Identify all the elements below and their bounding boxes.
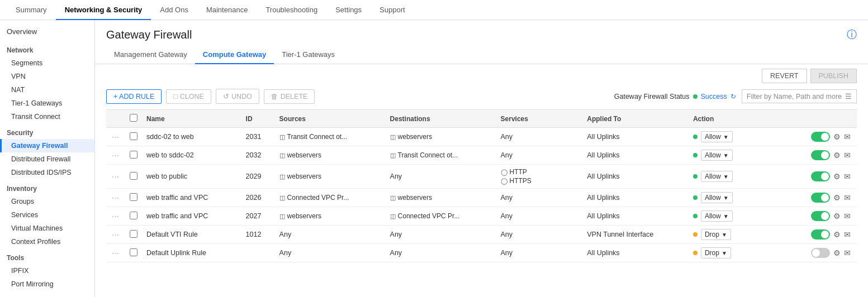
gear-icon[interactable]: ⚙ <box>833 132 841 141</box>
th-applied-to: Applied To <box>582 110 689 128</box>
row-checkbox[interactable] <box>130 212 137 219</box>
clone-button[interactable]: □ CLONE <box>166 89 211 104</box>
gear-icon[interactable]: ⚙ <box>833 193 841 202</box>
tab-summary[interactable]: Summary <box>7 0 56 20</box>
sidebar-item-distributed-ids-ips[interactable]: Distributed IDS/IPS <box>0 166 94 179</box>
cell-action: Drop ▼ <box>689 226 807 244</box>
action-status-dot <box>693 135 698 139</box>
tab-support[interactable]: Support <box>371 0 414 20</box>
action-dropdown[interactable]: Allow ▼ <box>701 150 733 161</box>
row-checkbox[interactable] <box>130 172 137 180</box>
drag-handle[interactable]: ⋮ <box>111 134 121 139</box>
cell-name: Default VTI Rule <box>142 226 241 244</box>
sidebar-section-inventory: Inventory <box>0 179 94 195</box>
enable-toggle[interactable] <box>811 132 830 142</box>
gear-icon[interactable]: ⚙ <box>833 151 841 160</box>
row-checkbox[interactable] <box>130 230 137 238</box>
action-dropdown[interactable]: Drop ▼ <box>701 229 731 240</box>
email-icon[interactable]: ✉ <box>844 193 851 202</box>
subtab-tier1-gateways[interactable]: Tier-1 Gateways <box>274 46 343 64</box>
sidebar-item-port-mirroring[interactable]: Port Mirroring <box>0 277 94 291</box>
enable-toggle[interactable] <box>811 193 830 203</box>
enable-toggle[interactable] <box>811 171 830 181</box>
subtab-management-gateway[interactable]: Management Gateway <box>106 46 195 64</box>
tab-networking-security[interactable]: Networking & Security <box>56 0 151 20</box>
drag-handle[interactable]: ⋮ <box>111 195 121 200</box>
drag-handle[interactable]: ⋮ <box>111 174 121 179</box>
email-icon[interactable]: ✉ <box>844 132 851 141</box>
sidebar-item-groups[interactable]: Groups <box>0 195 94 208</box>
tab-troubleshooting[interactable]: Troubleshooting <box>257 0 326 20</box>
delete-button[interactable]: 🗑 DELETE <box>264 89 315 104</box>
enable-toggle[interactable] <box>811 211 830 221</box>
row-checkbox[interactable] <box>130 132 137 140</box>
sidebar-item-gateway-firewall[interactable]: Gateway Firewall <box>0 139 94 152</box>
table-row: ⋮sddc-02 to web2031◫Transit Connect ot..… <box>106 128 857 146</box>
action-dropdown[interactable]: Allow ▼ <box>701 171 733 182</box>
email-icon[interactable]: ✉ <box>844 212 851 221</box>
email-icon[interactable]: ✉ <box>844 151 851 160</box>
chevron-down-icon: ▼ <box>722 250 727 256</box>
email-icon[interactable]: ✉ <box>844 172 851 181</box>
sidebar-item-tier1-gateways[interactable]: Tier-1 Gateways <box>0 97 94 110</box>
action-status-dot <box>693 195 698 200</box>
cell-sources: ◫Transit Connect ot... <box>275 128 386 146</box>
row-checkbox[interactable] <box>130 248 137 256</box>
revert-button[interactable]: REVERT <box>762 69 807 83</box>
drag-handle[interactable]: ⋮ <box>111 250 121 255</box>
group-icon: ◫ <box>279 173 285 180</box>
sidebar-item-vpn[interactable]: VPN <box>0 70 94 83</box>
sidebar-item-virtual-machines[interactable]: Virtual Machines <box>0 222 94 235</box>
th-id: ID <box>241 110 275 128</box>
row-checkbox[interactable] <box>130 151 137 159</box>
gear-icon[interactable]: ⚙ <box>833 230 841 239</box>
subtab-compute-gateway[interactable]: Compute Gateway <box>195 46 274 64</box>
th-check <box>125 110 142 128</box>
cell-id: 2026 <box>241 189 275 207</box>
enable-toggle[interactable] <box>811 229 830 239</box>
action-dropdown[interactable]: Drop ▼ <box>701 247 731 258</box>
cell-controls: ⚙ ✉ <box>807 146 857 165</box>
action-dropdown[interactable]: Allow ▼ <box>701 131 733 142</box>
gear-icon[interactable]: ⚙ <box>833 248 841 257</box>
sidebar-item-services[interactable]: Services <box>0 208 94 222</box>
sidebar-item-distributed-firewall[interactable]: Distributed Firewall <box>0 152 94 166</box>
sidebar-item-context-profiles[interactable]: Context Profiles <box>0 235 94 248</box>
tab-settings[interactable]: Settings <box>326 0 371 20</box>
add-rule-button[interactable]: + ADD RULE <box>106 89 162 104</box>
drag-handle[interactable]: ⋮ <box>111 152 121 157</box>
cell-sources: ◫webservers <box>275 207 386 226</box>
action-dropdown[interactable]: Allow ▼ <box>701 192 733 203</box>
cell-name: web to public <box>142 165 241 189</box>
email-icon[interactable]: ✉ <box>844 230 851 239</box>
email-icon[interactable]: ✉ <box>844 248 851 257</box>
group-icon: ◫ <box>279 152 285 159</box>
refresh-icon[interactable]: ↻ <box>731 93 736 100</box>
cell-id: 2032 <box>241 146 275 165</box>
gear-icon[interactable]: ⚙ <box>833 172 841 181</box>
action-dropdown[interactable]: Allow ▼ <box>701 210 733 222</box>
drag-handle[interactable]: ⋮ <box>111 213 121 218</box>
sidebar-item-transit-connect[interactable]: Transit Connect <box>0 110 94 123</box>
row-checkbox[interactable] <box>130 193 137 201</box>
help-icon[interactable]: ⓘ <box>847 28 857 41</box>
sidebar-item-ipfix[interactable]: IPFIX <box>0 264 94 277</box>
gear-icon[interactable]: ⚙ <box>833 212 841 221</box>
cell-controls: ⚙ ✉ <box>807 189 857 207</box>
tab-addons[interactable]: Add Ons <box>151 0 197 20</box>
publish-button[interactable]: PUBLISH <box>810 69 857 83</box>
sidebar-item-nat[interactable]: NAT <box>0 83 94 97</box>
sidebar-item-overview[interactable]: Overview <box>0 25 94 39</box>
enable-toggle[interactable] <box>811 248 830 258</box>
tab-maintenance[interactable]: Maintenance <box>197 0 257 20</box>
sidebar-item-segments[interactable]: Segments <box>0 56 94 70</box>
trash-icon: 🗑 <box>271 93 278 100</box>
select-all-checkbox[interactable] <box>130 114 137 122</box>
enable-toggle[interactable] <box>811 150 830 160</box>
group-icon: ◫ <box>390 152 396 159</box>
drag-handle[interactable]: ⋮ <box>111 232 121 237</box>
undo-button[interactable]: ↺ UNDO <box>216 89 259 104</box>
cell-action: Allow ▼ <box>689 128 807 146</box>
filter-box[interactable]: Filter by Name, Path and more ☰ <box>742 89 857 103</box>
cell-applied-to: All Uplinks <box>582 146 689 165</box>
